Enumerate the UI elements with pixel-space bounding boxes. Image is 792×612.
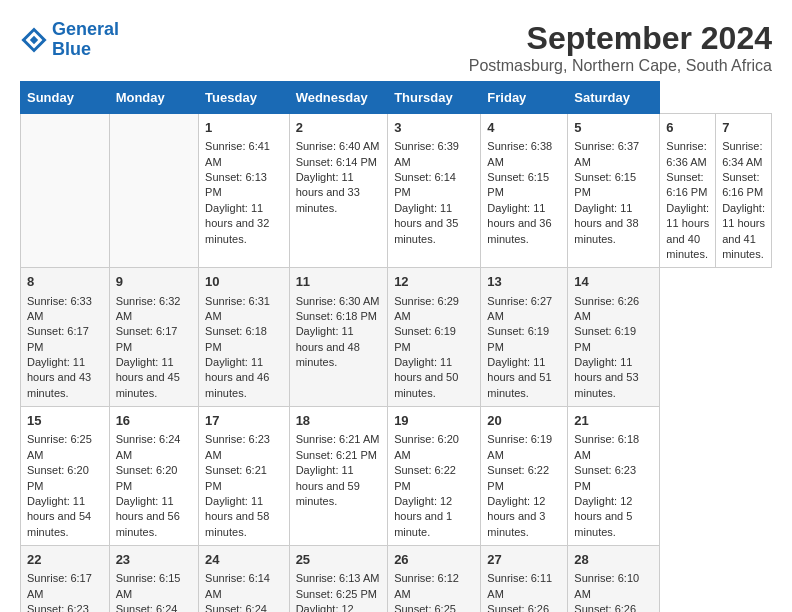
day-number: 3 [394, 119, 474, 137]
location-title: Postmasburg, Northern Cape, South Africa [469, 57, 772, 75]
calendar-week-4: 22Sunrise: 6:17 AMSunset: 6:23 PMDayligh… [21, 546, 772, 612]
empty-cell [109, 114, 198, 268]
calendar-body: 1Sunrise: 6:41 AMSunset: 6:13 PMDaylight… [21, 114, 772, 613]
calendar-cell-day-26: 26Sunrise: 6:12 AMSunset: 6:25 PMDayligh… [388, 546, 481, 612]
calendar-cell-day-24: 24Sunrise: 6:14 AMSunset: 6:24 PMDayligh… [199, 546, 290, 612]
day-number: 10 [205, 273, 283, 291]
day-number: 11 [296, 273, 382, 291]
logo-text: General Blue [52, 20, 119, 60]
calendar-cell-day-20: 20Sunrise: 6:19 AMSunset: 6:22 PMDayligh… [481, 407, 568, 546]
day-number: 12 [394, 273, 474, 291]
calendar-week-1: 1Sunrise: 6:41 AMSunset: 6:13 PMDaylight… [21, 114, 772, 268]
day-number: 22 [27, 551, 103, 569]
day-number: 16 [116, 412, 192, 430]
title-area: September 2024 Postmasburg, Northern Cap… [469, 20, 772, 75]
weekday-header-monday: Monday [109, 82, 198, 114]
calendar-cell-day-1: 1Sunrise: 6:41 AMSunset: 6:13 PMDaylight… [199, 114, 290, 268]
day-number: 21 [574, 412, 653, 430]
day-number: 27 [487, 551, 561, 569]
day-number: 5 [574, 119, 653, 137]
day-number: 19 [394, 412, 474, 430]
day-number: 14 [574, 273, 653, 291]
header: General Blue September 2024 Postmasburg,… [20, 20, 772, 75]
calendar-cell-day-7: 7Sunrise: 6:34 AMSunset: 6:16 PMDaylight… [716, 114, 772, 268]
calendar-cell-day-6: 6Sunrise: 6:36 AMSunset: 6:16 PMDaylight… [660, 114, 716, 268]
day-number: 20 [487, 412, 561, 430]
logo-icon [20, 26, 48, 54]
calendar-cell-day-4: 4Sunrise: 6:38 AMSunset: 6:15 PMDaylight… [481, 114, 568, 268]
day-number: 25 [296, 551, 382, 569]
day-number: 13 [487, 273, 561, 291]
calendar-cell-day-23: 23Sunrise: 6:15 AMSunset: 6:24 PMDayligh… [109, 546, 198, 612]
calendar-cell-day-25: 25Sunrise: 6:13 AMSunset: 6:25 PMDayligh… [289, 546, 388, 612]
calendar-cell-day-11: 11Sunrise: 6:30 AMSunset: 6:18 PMDayligh… [289, 268, 388, 407]
calendar-cell-day-16: 16Sunrise: 6:24 AMSunset: 6:20 PMDayligh… [109, 407, 198, 546]
calendar-cell-day-28: 28Sunrise: 6:10 AMSunset: 6:26 PMDayligh… [568, 546, 660, 612]
calendar-cell-day-5: 5Sunrise: 6:37 AMSunset: 6:15 PMDaylight… [568, 114, 660, 268]
day-number: 2 [296, 119, 382, 137]
weekday-header-thursday: Thursday [388, 82, 481, 114]
month-title: September 2024 [469, 20, 772, 57]
calendar-cell-day-19: 19Sunrise: 6:20 AMSunset: 6:22 PMDayligh… [388, 407, 481, 546]
logo-blue: Blue [52, 39, 91, 59]
calendar-cell-day-17: 17Sunrise: 6:23 AMSunset: 6:21 PMDayligh… [199, 407, 290, 546]
day-number: 28 [574, 551, 653, 569]
weekday-header-friday: Friday [481, 82, 568, 114]
day-number: 17 [205, 412, 283, 430]
calendar-cell-day-9: 9Sunrise: 6:32 AMSunset: 6:17 PMDaylight… [109, 268, 198, 407]
day-number: 6 [666, 119, 709, 137]
calendar-week-2: 8Sunrise: 6:33 AMSunset: 6:17 PMDaylight… [21, 268, 772, 407]
day-number: 4 [487, 119, 561, 137]
day-number: 18 [296, 412, 382, 430]
day-number: 8 [27, 273, 103, 291]
day-number: 26 [394, 551, 474, 569]
calendar-cell-day-27: 27Sunrise: 6:11 AMSunset: 6:26 PMDayligh… [481, 546, 568, 612]
calendar-cell-day-22: 22Sunrise: 6:17 AMSunset: 6:23 PMDayligh… [21, 546, 110, 612]
calendar-cell-day-8: 8Sunrise: 6:33 AMSunset: 6:17 PMDaylight… [21, 268, 110, 407]
day-number: 7 [722, 119, 765, 137]
calendar-cell-day-21: 21Sunrise: 6:18 AMSunset: 6:23 PMDayligh… [568, 407, 660, 546]
weekday-header-saturday: Saturday [568, 82, 660, 114]
weekday-header-sunday: Sunday [21, 82, 110, 114]
calendar-cell-day-14: 14Sunrise: 6:26 AMSunset: 6:19 PMDayligh… [568, 268, 660, 407]
day-number: 23 [116, 551, 192, 569]
day-number: 1 [205, 119, 283, 137]
weekday-header-wednesday: Wednesday [289, 82, 388, 114]
calendar-cell-day-12: 12Sunrise: 6:29 AMSunset: 6:19 PMDayligh… [388, 268, 481, 407]
day-number: 15 [27, 412, 103, 430]
calendar-cell-day-15: 15Sunrise: 6:25 AMSunset: 6:20 PMDayligh… [21, 407, 110, 546]
day-number: 9 [116, 273, 192, 291]
logo: General Blue [20, 20, 119, 60]
empty-cell [21, 114, 110, 268]
logo-general: General [52, 19, 119, 39]
calendar-cell-day-2: 2Sunrise: 6:40 AMSunset: 6:14 PMDaylight… [289, 114, 388, 268]
day-number: 24 [205, 551, 283, 569]
calendar-table: SundayMondayTuesdayWednesdayThursdayFrid… [20, 81, 772, 612]
calendar-cell-day-10: 10Sunrise: 6:31 AMSunset: 6:18 PMDayligh… [199, 268, 290, 407]
calendar-cell-day-3: 3Sunrise: 6:39 AMSunset: 6:14 PMDaylight… [388, 114, 481, 268]
weekday-header-row: SundayMondayTuesdayWednesdayThursdayFrid… [21, 82, 772, 114]
weekday-header-tuesday: Tuesday [199, 82, 290, 114]
calendar-week-3: 15Sunrise: 6:25 AMSunset: 6:20 PMDayligh… [21, 407, 772, 546]
calendar-cell-day-13: 13Sunrise: 6:27 AMSunset: 6:19 PMDayligh… [481, 268, 568, 407]
calendar-cell-day-18: 18Sunrise: 6:21 AMSunset: 6:21 PMDayligh… [289, 407, 388, 546]
